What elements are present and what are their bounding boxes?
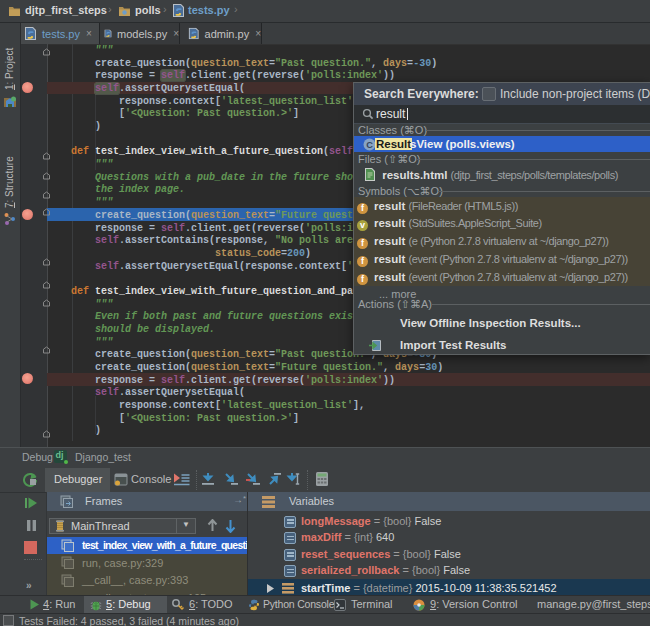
svg-text:C: C — [366, 140, 373, 150]
